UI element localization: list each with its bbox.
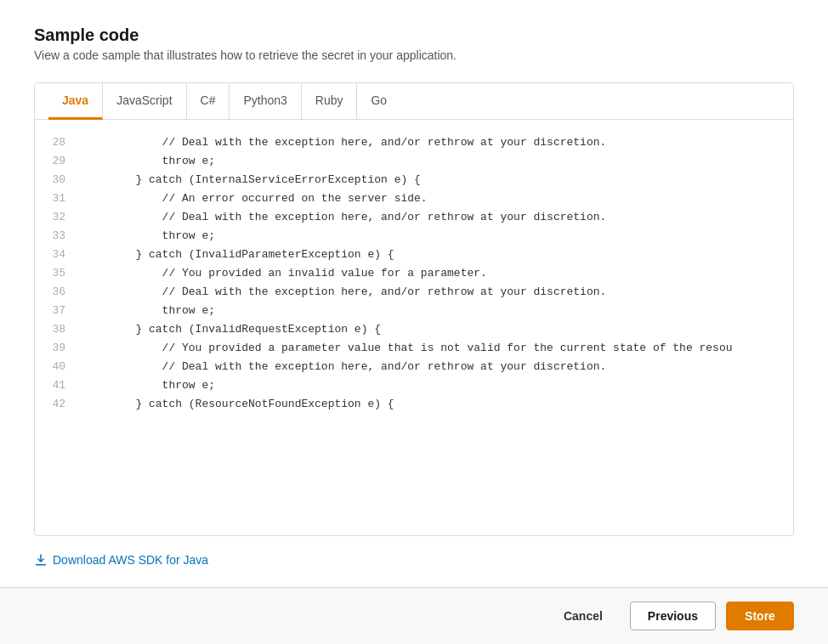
line-code: // Deal with the exception here, and/or … bbox=[82, 283, 606, 302]
line-number: 32 bbox=[48, 208, 82, 227]
line-code: // Deal with the exception here, and/or … bbox=[82, 358, 606, 376]
line-code: } catch (ResourceNotFoundException e) { bbox=[82, 395, 394, 414]
page-container: Sample code View a code sample that illu… bbox=[0, 0, 828, 644]
line-number: 29 bbox=[48, 152, 82, 171]
line-code: throw e; bbox=[82, 227, 215, 246]
line-code: throw e; bbox=[82, 376, 215, 395]
download-sdk-link[interactable]: Download AWS SDK for Java bbox=[34, 550, 794, 570]
line-code: throw e; bbox=[82, 302, 215, 320]
table-row: 42 } catch (ResourceNotFoundException e)… bbox=[35, 395, 793, 414]
tab-javascript[interactable]: JavaScript bbox=[103, 83, 186, 120]
code-panel: Java JavaScript C# Python3 Ruby Go 28 //… bbox=[34, 82, 794, 536]
line-number: 42 bbox=[48, 395, 82, 414]
tab-ruby[interactable]: Ruby bbox=[302, 83, 358, 120]
main-content: Sample code View a code sample that illu… bbox=[0, 0, 828, 587]
line-number: 34 bbox=[48, 246, 82, 264]
line-number: 41 bbox=[48, 376, 82, 395]
line-code: // You provided a parameter value that i… bbox=[82, 339, 733, 358]
line-number: 35 bbox=[48, 264, 82, 283]
tab-go[interactable]: Go bbox=[357, 83, 400, 120]
table-row: 39 // You provided a parameter value tha… bbox=[35, 339, 793, 358]
table-row: 32 // Deal with the exception here, and/… bbox=[35, 208, 793, 227]
table-row: 41 throw e; bbox=[35, 376, 793, 395]
line-number: 30 bbox=[48, 171, 82, 189]
cancel-button[interactable]: Cancel bbox=[547, 602, 620, 630]
line-number: 40 bbox=[48, 358, 82, 376]
download-link-text: Download AWS SDK for Java bbox=[53, 553, 208, 567]
line-number: 33 bbox=[48, 227, 82, 246]
page-title: Sample code bbox=[34, 25, 794, 45]
line-code: throw e; bbox=[82, 152, 215, 171]
line-code: } catch (InvalidParameterException e) { bbox=[82, 246, 394, 264]
tab-csharp[interactable]: C# bbox=[187, 83, 230, 120]
table-row: 30 } catch (InternalServiceErrorExceptio… bbox=[35, 171, 793, 189]
table-row: 35 // You provided an invalid value for … bbox=[35, 264, 793, 283]
line-code: } catch (InvalidRequestException e) { bbox=[82, 320, 381, 339]
line-number: 38 bbox=[48, 320, 82, 339]
line-number: 28 bbox=[48, 133, 82, 152]
previous-button[interactable]: Previous bbox=[630, 602, 716, 630]
table-row: 34 } catch (InvalidParameterException e)… bbox=[35, 246, 793, 264]
line-code: } catch (InternalServiceErrorException e… bbox=[82, 171, 421, 189]
tab-java[interactable]: Java bbox=[48, 83, 103, 120]
tab-python3[interactable]: Python3 bbox=[230, 83, 301, 120]
table-row: 31 // An error occurred on the server si… bbox=[35, 189, 793, 208]
table-row: 29 throw e; bbox=[35, 152, 793, 171]
download-icon bbox=[34, 553, 48, 567]
line-number: 37 bbox=[48, 302, 82, 320]
footer: Cancel Previous Store bbox=[0, 587, 828, 644]
line-code: // An error occurred on the server side. bbox=[82, 189, 428, 208]
line-number: 39 bbox=[48, 339, 82, 358]
line-number: 31 bbox=[48, 189, 82, 208]
line-code: // Deal with the exception here, and/or … bbox=[82, 208, 606, 227]
svg-rect-0 bbox=[36, 564, 46, 566]
page-subtitle: View a code sample that illustrates how … bbox=[34, 48, 794, 62]
table-row: 28 // Deal with the exception here, and/… bbox=[35, 133, 793, 152]
table-row: 38 } catch (InvalidRequestException e) { bbox=[35, 320, 793, 339]
line-code: // You provided an invalid value for a p… bbox=[82, 264, 487, 283]
code-area: 28 // Deal with the exception here, and/… bbox=[35, 120, 793, 427]
table-row: 40 // Deal with the exception here, and/… bbox=[35, 358, 793, 376]
table-row: 33 throw e; bbox=[35, 227, 793, 246]
table-row: 37 throw e; bbox=[35, 302, 793, 320]
line-code: // Deal with the exception here, and/or … bbox=[82, 133, 606, 152]
store-button[interactable]: Store bbox=[726, 602, 794, 630]
table-row: 36 // Deal with the exception here, and/… bbox=[35, 283, 793, 302]
tabs-container: Java JavaScript C# Python3 Ruby Go bbox=[35, 83, 793, 120]
line-number: 36 bbox=[48, 283, 82, 302]
